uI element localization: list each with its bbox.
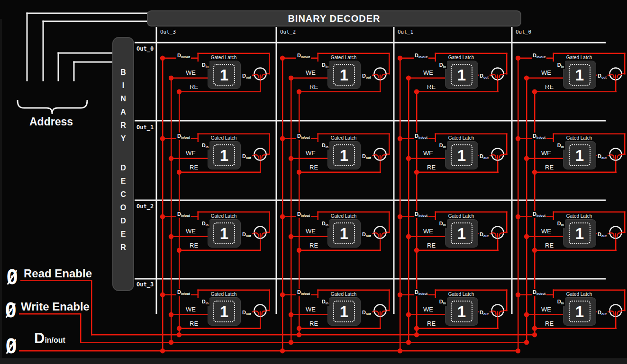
column-header-out_2: Out_2 [280, 29, 296, 35]
cell-din-label: Din [317, 142, 329, 150]
gated-latch-title: Gated Latch [441, 292, 481, 297]
decoder-letter: A [113, 108, 133, 116]
latch-value-frame: 1 [213, 222, 235, 244]
cell-we-label: WE [186, 150, 196, 157]
gated-latch-box[interactable]: 1 [208, 219, 241, 248]
gated-latch-box[interactable]: 1 [563, 297, 596, 326]
wire-junction-dot [532, 332, 537, 337]
cell-dout-label: Dout [597, 231, 608, 239]
address-wire [27, 13, 148, 14]
cell-dout-label: Dout [361, 309, 372, 317]
write-enable-input[interactable]: 0 [5, 301, 17, 320]
address-brace [18, 100, 87, 114]
latch-value-frame: 1 [451, 64, 473, 86]
latch-value-frame: 1 [451, 301, 473, 322]
address-wire [58, 53, 59, 81]
gated-latch-box[interactable]: 1 [563, 61, 596, 89]
cell-dout-label: Dout [479, 231, 490, 239]
cell-din-label: Din [197, 62, 209, 69]
row-label-out_0: Out_0 [136, 45, 154, 52]
latch-value-frame: 1 [569, 222, 591, 244]
gated-latch-box[interactable]: 1 [563, 141, 596, 169]
gated-latch-box[interactable]: 1 [208, 141, 241, 169]
data-inout-input[interactable]: 0 [5, 337, 17, 356]
wire-junction-dot [280, 348, 285, 353]
gated-latch-box[interactable]: 1 [208, 61, 241, 89]
cell-we-label: WE [541, 69, 551, 76]
cell-re-label: RE [545, 242, 554, 249]
cell-din-label: Din [197, 220, 209, 228]
cell-dinout-label: Din/out [176, 289, 191, 296]
latch-value-frame: 1 [333, 301, 355, 322]
cell-dinout-label: Din/out [176, 133, 191, 140]
gated-latch-title: Gated Latch [324, 55, 363, 60]
decoder-letter: Y [113, 134, 133, 143]
gated-latch-title: Gated Latch [324, 292, 363, 297]
gated-latch-box[interactable]: 1 [208, 297, 241, 326]
left-binary-decoder[interactable]: BINARYDECODER [112, 37, 134, 291]
decoder-letter: R [113, 121, 133, 130]
address-label: Address [29, 115, 73, 128]
row-label-out_1: Out_1 [136, 124, 154, 131]
top-binary-decoder[interactable]: BINARY DECODER [147, 10, 521, 27]
cell-dout-label: Dout [361, 153, 372, 160]
latch-value: 1 [457, 226, 466, 241]
cell-re-label: RE [309, 242, 318, 249]
wire-junction-dot [169, 340, 173, 345]
cell-din-label: Din [435, 142, 447, 150]
cell-we-label: WE [306, 69, 316, 76]
cell-dout-label: Dout [597, 309, 608, 317]
wire-junction-dot [524, 340, 529, 345]
latch-value-frame: 1 [213, 64, 235, 86]
cell-din-label: Din [553, 220, 565, 228]
memory-cell: Din/out Gated Latch 1 Din WE RE Dout [394, 201, 510, 254]
cell-dout-label: Dout [361, 231, 372, 239]
memory-cell: Din/out Gated Latch 1 Din WE RE Dout [394, 123, 510, 176]
latch-value-frame: 1 [213, 301, 235, 322]
cell-re-label: RE [190, 242, 198, 249]
memory-cell: Din/out Gated Latch 1 Din WE RE Dout [156, 279, 273, 332]
address-wire [73, 62, 114, 63]
cell-re-label: RE [309, 164, 318, 171]
cell-dout-label: Dout [597, 153, 608, 160]
cell-dout-label: Dout [241, 309, 252, 317]
cell-we-label: WE [186, 306, 196, 313]
cell-we-label: WE [541, 306, 551, 313]
gated-latch-box[interactable]: 1 [445, 219, 478, 248]
gated-latch-box[interactable]: 1 [445, 297, 478, 326]
gated-latch-box[interactable]: 1 [327, 297, 361, 326]
gated-latch-box[interactable]: 1 [445, 141, 478, 169]
gated-latch-box[interactable]: 1 [327, 61, 361, 89]
cell-we-label: WE [306, 306, 316, 313]
cell-re-label: RE [545, 320, 554, 327]
gated-latch-box[interactable]: 1 [327, 141, 361, 169]
cell-re-label: RE [309, 320, 318, 327]
gated-latch-title: Gated Latch [559, 55, 599, 60]
decoder-letter: E [113, 177, 133, 186]
wire-junction-dot [289, 340, 293, 345]
wire-junction-dot [160, 348, 165, 353]
latch-value-frame: 1 [569, 144, 591, 166]
column-header-out_3: Out_3 [160, 29, 176, 35]
cell-din-label: Din [435, 220, 447, 228]
write-enable-feed [80, 313, 82, 343]
latch-value: 1 [575, 304, 584, 320]
cell-dinout-label: Din/out [532, 52, 546, 60]
cell-re-label: RE [190, 83, 198, 90]
cell-dinout-label: Din/out [414, 289, 428, 296]
gated-latch-box[interactable]: 1 [445, 61, 478, 89]
cell-din-label: Din [553, 142, 565, 150]
read-enable-input[interactable]: 0 [6, 267, 18, 287]
gated-latch-title: Gated Latch [441, 213, 481, 219]
latch-value: 1 [575, 148, 584, 163]
memory-circuit-canvas: BINARY DECODER BINARYDECODER Address 0 R… [0, 0, 627, 364]
read-enable-feed [91, 280, 92, 336]
data-inout-label: Din/out [34, 330, 65, 347]
wire-junction-dot [516, 348, 520, 353]
gated-latch-box[interactable]: 1 [563, 219, 596, 248]
gated-latch-box[interactable]: 1 [327, 219, 361, 248]
write-enable-bus [80, 342, 528, 343]
cell-we-label: WE [423, 150, 433, 157]
cell-dinout-label: Din/out [414, 211, 428, 218]
cell-din-label: Din [317, 62, 329, 69]
